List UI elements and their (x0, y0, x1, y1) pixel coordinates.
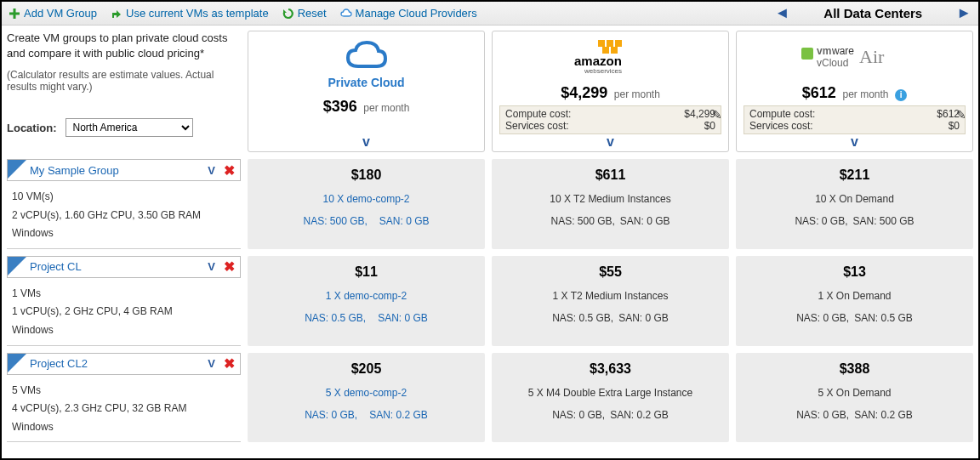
cloud-icon (340, 8, 352, 20)
group-header[interactable]: My Sample Group V ✖ (7, 159, 241, 181)
group-header[interactable]: Project CL V ✖ (7, 256, 241, 278)
cell-storage-line[interactable]: NAS: 500 GB,SAN: 0 GB (303, 215, 429, 227)
cell-storage-line: NAS: 0 GB,SAN: 500 GB (795, 215, 914, 227)
collapse-group-button[interactable]: V (208, 260, 215, 273)
delete-group-button[interactable]: ✖ (224, 355, 235, 372)
cell-instance-line[interactable]: 1 X demo-comp-2 (326, 290, 407, 302)
cost-cell: $211 10 X On Demand NAS: 0 GB,SAN: 500 G… (736, 159, 973, 249)
use-template-button[interactable]: Use current VMs as template (111, 7, 269, 20)
group-spec: 2 vCPU(s), 1.60 GHz CPU, 3.50 GB RAM (7, 207, 241, 225)
cell-price: $611 (595, 168, 626, 183)
cell-instance-line[interactable]: 5 X demo-comp-2 (326, 387, 407, 399)
group-sidebar: Project CL2 V ✖ 5 VMs 4 vCPU(s), 2.3 GHz… (7, 353, 241, 443)
cost-breakdown: Compute cost:$612 Services cost:$0 ✎ (744, 105, 966, 134)
cell-price: $13 (843, 264, 866, 280)
group-name: My Sample Group (30, 164, 208, 177)
template-icon (111, 8, 122, 20)
svg-text:ware: ware (831, 45, 854, 57)
delete-group-button[interactable]: ✖ (224, 258, 235, 275)
cost-cell: $611 10 X T2 Medium Instances NAS: 500 G… (492, 159, 729, 249)
cell-storage-line[interactable]: NAS: 0 GB,SAN: 0.2 GB (305, 409, 428, 421)
cell-price: $388 (840, 361, 870, 377)
provider-per: per month (614, 88, 660, 100)
cell-price: $205 (351, 361, 382, 377)
next-dc-button[interactable]: ► (956, 4, 971, 22)
svg-rect-6 (611, 47, 618, 54)
cell-instance-line: 1 X T2 Medium Instances (553, 290, 669, 302)
group-os: Windows (7, 418, 241, 437)
cell-storage-line: NAS: 500 GB,SAN: 0 GB (550, 215, 669, 227)
group-vms: 1 VMs (7, 285, 241, 304)
cell-price: $11 (355, 264, 378, 280)
use-template-label: Use current VMs as template (126, 7, 269, 20)
cell-storage-line[interactable]: NAS: 0.5 GB,SAN: 0 GB (305, 312, 428, 324)
cell-price: $180 (351, 168, 382, 183)
intro-text: Create VM groups to plan private cloud c… (7, 31, 241, 60)
cell-instance-line[interactable]: 10 X demo-comp-2 (322, 193, 409, 205)
cell-instance-line: 5 X M4 Double Extra Large Instance (528, 387, 692, 399)
dc-title: All Data Centers (823, 6, 922, 20)
delete-group-button[interactable]: ✖ (224, 162, 235, 179)
svg-rect-4 (615, 40, 622, 47)
group-sidebar: Project CL V ✖ 1 VMs 1 vCPU(s), 2 GHz CP… (7, 256, 241, 346)
location-select[interactable]: North America (66, 118, 193, 137)
manage-cloud-button[interactable]: Manage Cloud Providers (340, 7, 477, 20)
svg-text:vm: vm (817, 45, 831, 57)
provider-per: per month (843, 88, 889, 100)
reset-button[interactable]: Reset (282, 7, 327, 20)
corner-icon (8, 257, 26, 275)
plus-icon (9, 8, 20, 20)
intro-panel: Create VM groups to plan private cloud c… (7, 31, 241, 152)
group-sidebar: My Sample Group V ✖ 10 VM(s) 2 vCPU(s), … (7, 159, 241, 249)
reset-icon (282, 8, 294, 20)
prev-dc-button[interactable]: ◄ (774, 4, 789, 22)
cell-price: $55 (599, 264, 622, 280)
cost-cell: $11 1 X demo-comp-2 NAS: 0.5 GB,SAN: 0 G… (248, 256, 485, 346)
group-name: Project CL2 (30, 357, 208, 370)
vcloud-logo-icon: vmware vCloud Air (800, 37, 910, 76)
datacenter-nav: ◄ All Data Centers ► (774, 4, 971, 22)
expand-provider-button[interactable]: v (255, 134, 477, 150)
cost-cell: $3,633 5 X M4 Double Extra Large Instanc… (492, 353, 729, 443)
cost-cell: $205 5 X demo-comp-2 NAS: 0 GB,SAN: 0.2 … (248, 353, 485, 443)
svg-rect-1 (9, 12, 20, 14)
group-vms: 5 VMs (7, 382, 241, 400)
cell-storage-line: NAS: 0.5 GB,SAN: 0 GB (552, 312, 669, 324)
add-vm-group-button[interactable]: Add VM Group (9, 7, 97, 20)
private-cloud-icon (343, 37, 390, 76)
group-os: Windows (7, 224, 241, 243)
collapse-group-button[interactable]: V (208, 357, 215, 370)
svg-rect-9 (801, 48, 813, 60)
toolbar: Add VM Group Use current VMs as template… (2, 2, 978, 26)
svg-text:Air: Air (859, 46, 885, 67)
reset-label: Reset (298, 7, 327, 20)
collapse-group-button[interactable]: V (208, 164, 215, 177)
svg-text:vCloud: vCloud (817, 57, 848, 69)
provider-card-private: Private Cloud $396 per month v (248, 31, 485, 152)
provider-name: Private Cloud (328, 76, 404, 89)
cost-cell: $13 1 X On Demand NAS: 0 GB,SAN: 0.5 GB (736, 256, 973, 346)
group-os: Windows (7, 321, 241, 340)
cell-storage-line: NAS: 0 GB,SAN: 0.2 GB (796, 409, 913, 421)
group-header[interactable]: Project CL2 V ✖ (7, 353, 241, 375)
edit-cost-button[interactable]: ✎ (712, 108, 722, 122)
cell-instance-line: 10 X On Demand (815, 193, 894, 205)
info-icon[interactable]: i (895, 89, 907, 101)
manage-cloud-label: Manage Cloud Providers (356, 7, 477, 20)
cell-storage-line: NAS: 0 GB,SAN: 0.2 GB (552, 409, 669, 421)
expand-provider-button[interactable]: v (744, 134, 966, 150)
group-spec: 1 vCPU(s), 2 GHz CPU, 4 GB RAM (7, 303, 241, 321)
provider-price: $396 (323, 98, 357, 115)
provider-per: per month (363, 102, 409, 114)
location-label: Location: (7, 122, 57, 134)
expand-provider-button[interactable]: v (499, 134, 721, 150)
corner-icon (8, 160, 26, 179)
group-name: Project CL (30, 260, 208, 273)
svg-text:amazon: amazon (574, 54, 622, 68)
edit-cost-button[interactable]: ✎ (956, 108, 966, 122)
provider-card-vcloud: vmware vCloud Air $612 per month i Compu… (736, 31, 973, 152)
cost-cell: $388 5 X On Demand NAS: 0 GB,SAN: 0.2 GB (736, 353, 973, 443)
cost-cell: $55 1 X T2 Medium Instances NAS: 0.5 GB,… (492, 256, 729, 346)
provider-price: $4,299 (561, 84, 607, 101)
cost-breakdown: Compute cost:$4,299 Services cost:$0 ✎ (499, 105, 721, 134)
